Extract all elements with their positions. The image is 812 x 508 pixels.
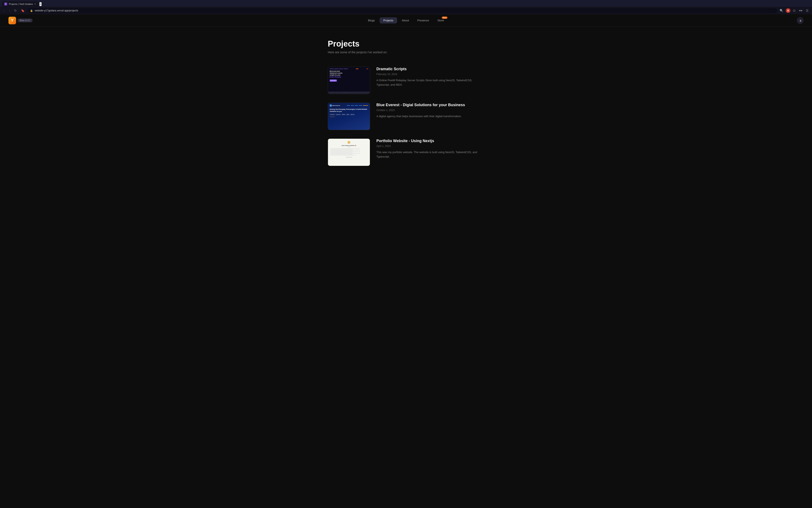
new-tab-button[interactable]: + <box>39 2 42 6</box>
project-card[interactable]: Yash Godara (he/him) 🎉 Portfolio Portfol… <box>328 138 484 166</box>
menu-button[interactable]: ☰ <box>805 8 809 13</box>
site-logo[interactable]: Y <box>8 17 16 24</box>
nav-presence[interactable]: Presence <box>414 17 433 24</box>
store-new-badge: New <box>442 16 447 19</box>
nav-bar: ‹ › ↻ 🔖 🔒 🔍 B ⊡ 👓 ☰ <box>0 7 812 14</box>
main-content: Projects Here are some of the projects I… <box>319 27 493 179</box>
project-name: Portfolio Website - Using Nextjs <box>376 138 484 143</box>
nav-store[interactable]: Store New <box>434 17 448 24</box>
window-sidebar-button[interactable]: ⊡ <box>792 8 796 13</box>
browser-chrome: Y Projects | Yash Godara × + ‹ › ↻ 🔖 🔒 🔍… <box>0 0 812 14</box>
browser-nav-actions: 🔍 B ⊡ 👓 ☰ <box>779 8 809 13</box>
tab-close-button[interactable]: × <box>35 3 36 5</box>
project-info: Blue Everest - Digial Solutions for your… <box>376 102 484 119</box>
project-description: A digital agency that helps businesses w… <box>376 114 484 119</box>
dramatic-headline: Best and mostAdvanced customscripts for … <box>330 70 368 78</box>
project-card[interactable]: Best and mostAdvanced customscripts for … <box>328 67 484 94</box>
project-info: Portfolio Website - Using Nextjs April 1… <box>376 138 484 159</box>
project-thumbnail-blue: Blue Everest Delving into Emerging Techn… <box>328 102 370 130</box>
page-subtitle: Here are some of the projects I've worke… <box>328 50 484 54</box>
refresh-button[interactable]: ↻ <box>13 8 18 13</box>
back-button[interactable]: ‹ <box>3 8 6 13</box>
forward-button[interactable]: › <box>8 8 11 13</box>
nav-projects[interactable]: Projects <box>380 17 397 24</box>
tab-bar: Y Projects | Yash Godara × + <box>0 0 812 7</box>
project-date: April 1, 2023 <box>376 145 484 147</box>
project-date: February 15, 2024 <box>376 73 484 76</box>
reading-mode-button[interactable]: 👓 <box>798 8 803 13</box>
projects-list: Best and mostAdvanced customscripts for … <box>328 67 484 166</box>
search-browser-button[interactable]: 🔍 <box>779 8 784 13</box>
portfolio-subtitle: Portfolio <box>347 146 351 147</box>
tab-favicon: Y <box>4 3 7 5</box>
project-thumbnail-dramatic: Best and mostAdvanced customscripts for … <box>328 67 370 94</box>
dramatic-ticker: EXPERIENCE ROLEPLAY EXPERIENCE ROLEPLAY … <box>328 91 370 94</box>
page-title: Projects <box>328 39 484 48</box>
brave-icon: B <box>786 8 790 13</box>
nav-blogs[interactable]: Blogs <box>364 17 379 24</box>
nav-about[interactable]: About <box>398 17 413 24</box>
site-nav: Y Beta v1.0.1 Blogs Projects About Prese… <box>0 14 812 27</box>
logo-area: Y Beta v1.0.1 <box>8 17 32 24</box>
address-bar-container[interactable]: 🔒 <box>28 8 777 13</box>
project-info: Dramatic Scripts February 15, 2024 A Onl… <box>376 67 484 87</box>
beta-badge: Beta v1.0.1 <box>18 18 32 22</box>
project-date: October 1, 2023 <box>376 109 484 112</box>
tab-title: Projects | Yash Godara <box>9 3 33 5</box>
portfolio-avatar <box>347 141 350 144</box>
nav-links: Blogs Projects About Presence Store New <box>364 17 447 24</box>
project-description: This was my portfolio website. The websi… <box>376 150 484 159</box>
portfolio-name: Yash Godara (he/him) 🎉 <box>342 145 356 146</box>
project-name: Blue Everest - Digial Solutions for your… <box>376 102 484 108</box>
project-card[interactable]: Blue Everest Delving into Emerging Techn… <box>328 102 484 130</box>
project-thumbnail-portfolio: Yash Godara (he/him) 🎉 Portfolio <box>328 138 370 166</box>
project-name: Dramatic Scripts <box>376 67 484 72</box>
theme-toggle-button[interactable]: ◑ <box>797 17 804 24</box>
address-bar[interactable] <box>35 9 775 12</box>
active-tab[interactable]: Y Projects | Yash Godara × <box>2 1 39 7</box>
project-description: A Online FiveM Roleplay Server Scripts S… <box>376 78 484 87</box>
lock-icon: 🔒 <box>30 9 33 12</box>
bookmark-button[interactable]: 🔖 <box>20 8 26 13</box>
